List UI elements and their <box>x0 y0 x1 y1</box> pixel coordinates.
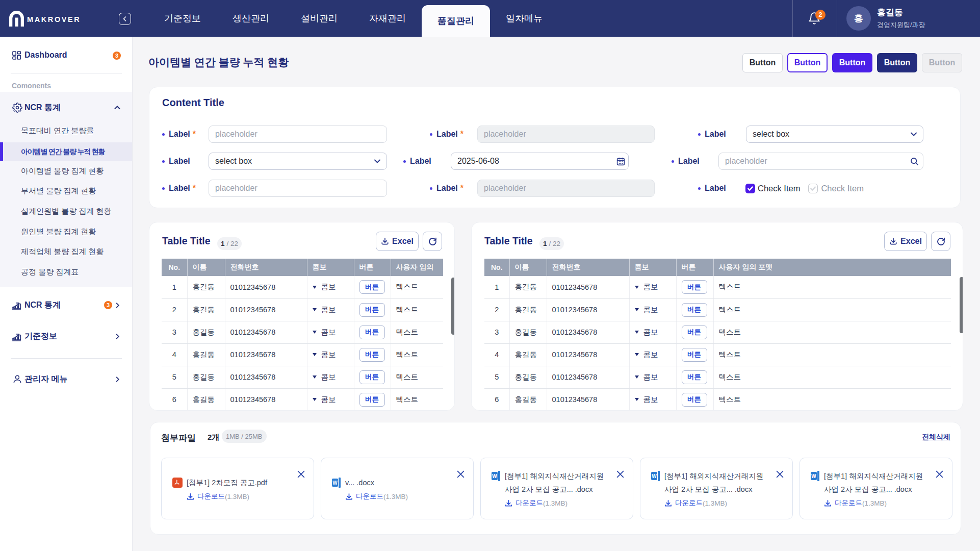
svg-text:W: W <box>332 480 338 486</box>
svg-text:W: W <box>492 473 497 479</box>
svg-text:W: W <box>811 473 816 479</box>
svg-text:W: W <box>652 473 657 479</box>
